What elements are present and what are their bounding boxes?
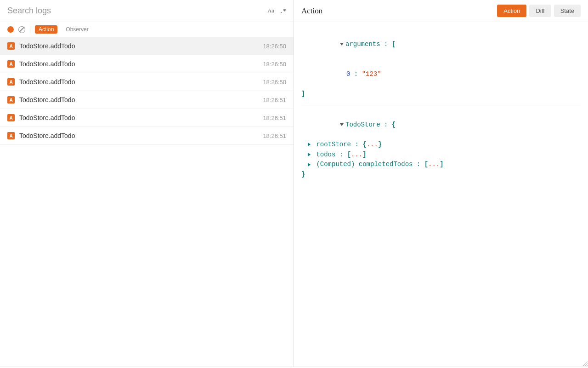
log-item[interactable]: ATodoStore.addTodo18:26:51	[0, 127, 294, 145]
log-list: ATodoStore.addTodo18:26:50ATodoStore.add…	[0, 37, 294, 367]
store-prop[interactable]: (Computed) completedTodos : [...]	[301, 160, 581, 170]
open-bracket: [	[392, 40, 396, 48]
divider	[30, 26, 30, 33]
action-badge-icon: A	[7, 132, 15, 139]
close-delim: ]	[362, 151, 366, 158]
log-item[interactable]: ATodoStore.addTodo18:26:50	[0, 37, 294, 55]
detail-body: arguments : [ 0 : "123" ] TodoStore : { …	[294, 22, 588, 367]
log-item[interactable]: ATodoStore.addTodo18:26:51	[0, 91, 294, 109]
search-header: Aa .*	[0, 0, 294, 22]
chevron-right-icon[interactable]	[308, 163, 311, 167]
chevron-right-icon[interactable]	[308, 153, 311, 156]
store-tree: TodoStore : { rootStore : {...} todos : …	[301, 110, 581, 185]
action-badge-icon: A	[7, 114, 15, 121]
argument-item[interactable]: 0 : "123"	[301, 59, 581, 89]
ellipsis: ...	[351, 151, 362, 158]
tab-action[interactable]: Action	[497, 5, 526, 17]
log-time: 18:26:50	[263, 61, 286, 68]
close-brace: }	[301, 171, 305, 178]
action-badge-icon: A	[7, 78, 15, 86]
svg-line-2	[587, 365, 588, 366]
prop-key: rootStore	[316, 141, 351, 148]
open-brace: {	[392, 121, 396, 128]
action-badge-icon: A	[7, 60, 15, 68]
case-toggle-icon[interactable]: Aa	[268, 7, 274, 14]
tab-group: Action Diff State	[497, 5, 581, 17]
close-bracket: ]	[301, 90, 305, 98]
detail-title: Action	[301, 6, 322, 16]
log-time: 18:26:50	[263, 79, 286, 86]
detail-panel: Action Action Diff State arguments : [ 0…	[294, 0, 588, 367]
clear-icon[interactable]	[18, 26, 25, 33]
log-time: 18:26:50	[263, 43, 286, 50]
arg-value: "123"	[362, 70, 381, 78]
log-title: TodoStore.addTodo	[19, 60, 258, 68]
filter-bar: Action Observer	[0, 22, 294, 37]
close-delim: ]	[440, 161, 443, 168]
action-badge-icon: A	[7, 42, 15, 50]
log-panel: Aa .* Action Observer ATodoStore.addTodo…	[0, 0, 294, 367]
filter-observer[interactable]: Observer	[62, 25, 92, 34]
store-prop[interactable]: rootStore : {...}	[301, 140, 581, 150]
search-input[interactable]	[7, 6, 268, 16]
log-time: 18:26:51	[263, 97, 286, 104]
chevron-right-icon[interactable]	[308, 143, 311, 146]
log-item[interactable]: ATodoStore.addTodo18:26:50	[0, 73, 294, 91]
resize-handle-icon[interactable]	[582, 360, 588, 367]
log-time: 18:26:51	[263, 132, 286, 139]
arguments-label: arguments	[345, 40, 380, 48]
action-badge-icon: A	[7, 96, 15, 104]
open-delim: {	[362, 141, 366, 148]
filter-action[interactable]: Action	[35, 25, 57, 34]
tab-state[interactable]: State	[554, 5, 581, 17]
open-delim: [	[347, 151, 351, 158]
close-delim: }	[378, 141, 382, 148]
log-title: TodoStore.addTodo	[19, 132, 258, 139]
detail-header: Action Action Diff State	[294, 0, 588, 22]
arguments-tree: arguments : [ 0 : "123" ]	[301, 29, 581, 105]
store-label: TodoStore	[345, 121, 380, 128]
chevron-down-icon[interactable]	[340, 123, 344, 126]
prop-key: (Computed) completedTodos	[316, 161, 413, 168]
log-time: 18:26:51	[263, 115, 286, 121]
log-item[interactable]: ATodoStore.addTodo18:26:50	[0, 55, 294, 73]
regex-toggle-icon[interactable]: .*	[280, 8, 286, 14]
record-icon[interactable]	[7, 26, 14, 33]
log-item[interactable]: ATodoStore.addTodo18:26:51	[0, 109, 294, 127]
chevron-down-icon[interactable]	[340, 43, 344, 46]
tab-diff[interactable]: Diff	[529, 5, 551, 17]
prop-key: todos	[316, 151, 335, 158]
open-delim: [	[424, 161, 428, 168]
ellipsis: ...	[367, 141, 378, 148]
log-title: TodoStore.addTodo	[19, 42, 258, 50]
log-title: TodoStore.addTodo	[19, 78, 258, 86]
ellipsis: ...	[428, 161, 440, 168]
log-title: TodoStore.addTodo	[19, 96, 258, 104]
store-prop[interactable]: todos : [...]	[301, 150, 581, 160]
log-title: TodoStore.addTodo	[19, 114, 258, 121]
